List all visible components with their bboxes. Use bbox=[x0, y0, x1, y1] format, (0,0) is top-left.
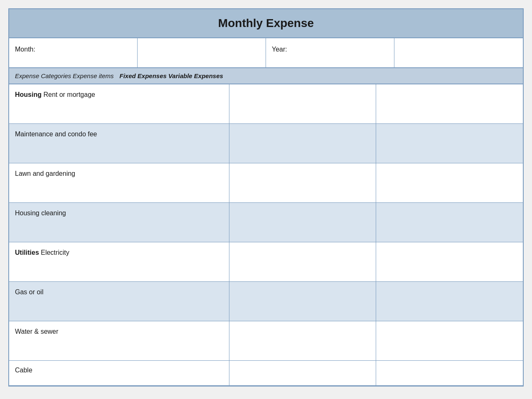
row-housing-rent: Housing Rent or mortgage bbox=[9, 84, 523, 124]
row-housing-cleaning: Housing cleaning bbox=[9, 203, 523, 242]
fixed-housing-rent[interactable] bbox=[229, 84, 376, 123]
fixed-lawn[interactable] bbox=[229, 163, 376, 202]
fixed-housing-cleaning[interactable] bbox=[229, 203, 376, 242]
variable-housing-rent[interactable] bbox=[376, 84, 523, 123]
row-water-sewer: Water & sewer bbox=[9, 321, 523, 361]
fixed-utilities-electricity[interactable] bbox=[229, 242, 376, 281]
label-regular-electricity: Electricity bbox=[39, 249, 69, 256]
label-gas-oil: Gas or oil bbox=[9, 282, 229, 321]
col-categories: Expense Categories bbox=[15, 72, 71, 79]
variable-gas-oil[interactable] bbox=[376, 282, 523, 321]
label-lawn: Lawn and gardening bbox=[9, 163, 229, 202]
year-value-cell[interactable] bbox=[394, 38, 523, 67]
fixed-maintenance[interactable] bbox=[229, 124, 376, 163]
variable-water-sewer[interactable] bbox=[376, 321, 523, 360]
label-housing-rent: Housing Rent or mortgage bbox=[9, 84, 229, 123]
table-title-row: Monthly Expense bbox=[9, 9, 523, 38]
month-value-cell[interactable] bbox=[138, 38, 266, 67]
column-header-row: Expense Categories Expense items Fixed E… bbox=[9, 68, 523, 84]
label-regular-rent: Rent or mortgage bbox=[42, 91, 95, 99]
col-fixed: Fixed Expenses bbox=[119, 72, 166, 79]
row-lawn: Lawn and gardening bbox=[9, 163, 523, 203]
fixed-cable[interactable] bbox=[229, 361, 376, 385]
row-maintenance: Maintenance and condo fee bbox=[9, 124, 523, 163]
variable-lawn[interactable] bbox=[376, 163, 523, 202]
label-maintenance-text: Maintenance and condo fee bbox=[15, 131, 97, 138]
label-water-sewer: Water & sewer bbox=[9, 321, 229, 360]
variable-housing-cleaning[interactable] bbox=[376, 203, 523, 242]
variable-cable[interactable] bbox=[376, 361, 523, 385]
label-bold-housing: Housing bbox=[15, 91, 42, 99]
label-cable-text: Cable bbox=[15, 367, 32, 374]
row-cable: Cable bbox=[9, 361, 523, 386]
variable-maintenance[interactable] bbox=[376, 124, 523, 163]
page-title: Monthly Expense bbox=[13, 17, 519, 30]
label-lawn-text: Lawn and gardening bbox=[15, 170, 75, 177]
month-year-row: Month: Year: bbox=[9, 38, 523, 68]
label-housing-cleaning: Housing cleaning bbox=[9, 203, 229, 242]
year-label-cell: Year: bbox=[266, 38, 394, 67]
label-cable: Cable bbox=[9, 361, 229, 385]
label-housing-cleaning-text: Housing cleaning bbox=[15, 209, 66, 217]
col-variable: Variable Expenses bbox=[168, 72, 223, 79]
label-utilities-electricity: Utilities Electricity bbox=[9, 242, 229, 281]
month-label-cell: Month: bbox=[9, 38, 138, 67]
label-water-sewer-text: Water & sewer bbox=[15, 328, 58, 335]
year-label: Year: bbox=[272, 46, 287, 53]
label-maintenance: Maintenance and condo fee bbox=[9, 124, 229, 163]
label-gas-oil-text: Gas or oil bbox=[15, 288, 43, 296]
row-gas-oil: Gas or oil bbox=[9, 282, 523, 321]
monthly-expense-table: Monthly Expense Month: Year: Expense Cat… bbox=[8, 8, 524, 387]
variable-utilities-electricity[interactable] bbox=[376, 242, 523, 281]
label-bold-utilities: Utilities bbox=[15, 249, 39, 256]
fixed-water-sewer[interactable] bbox=[229, 321, 376, 360]
month-label: Month: bbox=[15, 46, 35, 53]
row-utilities-electricity: Utilities Electricity bbox=[9, 242, 523, 282]
fixed-gas-oil[interactable] bbox=[229, 282, 376, 321]
col-items: Expense items bbox=[73, 72, 113, 79]
